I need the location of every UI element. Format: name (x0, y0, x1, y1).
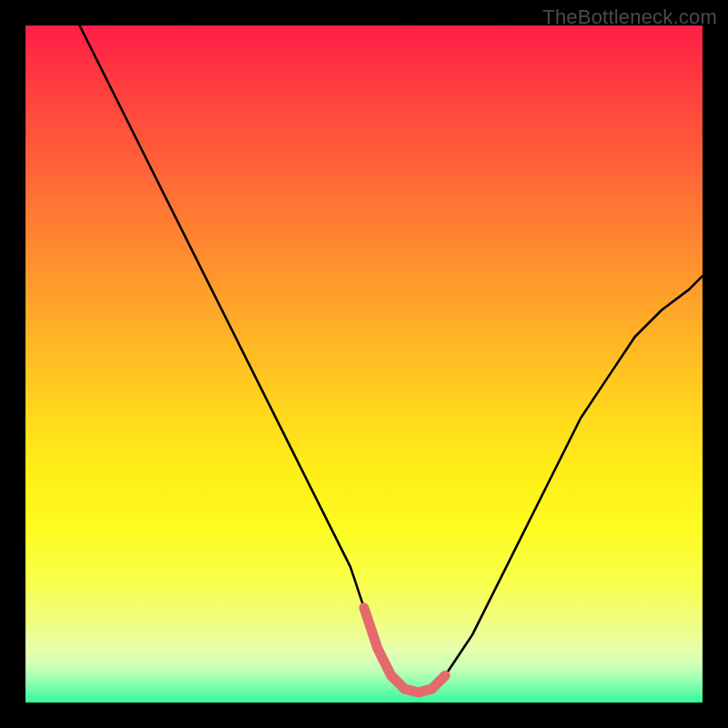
watermark-text: TheBottleneck.com (542, 5, 717, 29)
highlight-segment (364, 608, 445, 693)
chart-frame: TheBottleneck.com (0, 0, 728, 728)
chart-svg (25, 25, 703, 703)
plot-area (25, 25, 703, 703)
primary-curve (80, 25, 703, 693)
